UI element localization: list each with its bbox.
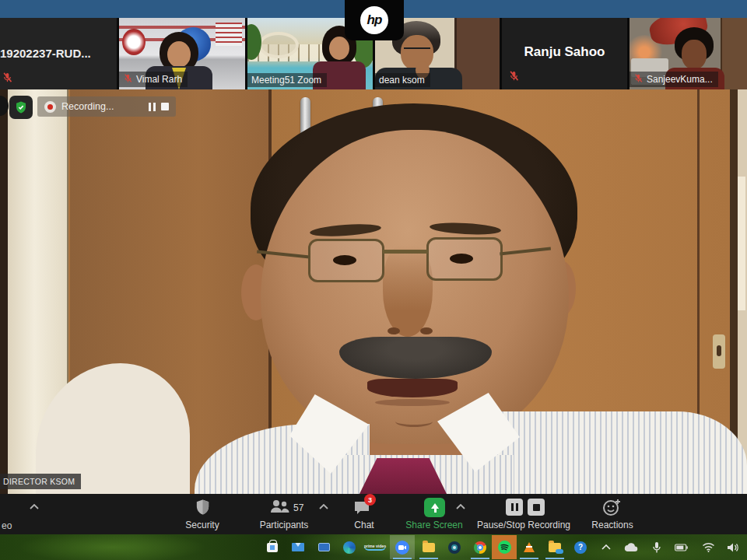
keyhole-plate: [713, 334, 725, 369]
mail-icon[interactable]: [286, 535, 310, 559]
main-speaker-video[interactable]: Recording... DIRECTOR KSOM: [0, 89, 747, 494]
participant-name-bar: Meeting51 Zoom: [247, 73, 327, 87]
participant-name-label: 19202237-RUD...: [0, 47, 117, 60]
meeting-app-icon[interactable]: [442, 535, 467, 559]
participant-name-label: Vimal Rarh: [136, 74, 182, 85]
reactions-smiley-icon: [602, 498, 622, 516]
recording-indicator: Recording...: [37, 96, 176, 117]
participant-name-bar: dean ksom: [375, 73, 430, 87]
chrome-browser-icon[interactable]: [468, 535, 493, 559]
onedrive-tray-cloud-icon[interactable]: [619, 535, 644, 559]
file-explorer-icon[interactable]: [416, 535, 441, 559]
get-help-icon[interactable]: ?: [568, 535, 593, 559]
battery-tray-icon[interactable]: [668, 535, 693, 559]
participant-avatar: [682, 40, 707, 69]
microsoft-store-icon[interactable]: [260, 535, 285, 559]
video-thumbnail-19202237[interactable]: 19202237-RUD...: [0, 18, 117, 89]
video-thumbnail-ranju-sahoo[interactable]: Ranju Sahoo: [502, 18, 627, 89]
shield-check-icon: [14, 100, 28, 114]
participant-avatar: [167, 41, 191, 68]
share-screen-icon: [424, 498, 445, 517]
zoom-toolbar: eo Security 57 Participants 3 Chat: [0, 494, 747, 534]
wifi-tray-icon[interactable]: [696, 535, 721, 559]
share-options-chevron-icon[interactable]: [456, 504, 465, 509]
stop-recording-icon[interactable]: [528, 499, 545, 516]
pause-recording-button[interactable]: [149, 103, 156, 111]
participant-name-label: Ranju Sahoo: [502, 44, 627, 60]
encryption-badge[interactable]: [9, 96, 33, 119]
participant-name-label: dean ksom: [379, 75, 425, 86]
participant-avatar: [329, 37, 349, 60]
participants-icon: [269, 499, 291, 515]
wardrobe-edge: [0, 89, 8, 494]
pause-recording-icon[interactable]: [506, 499, 523, 516]
muted-mic-icon: [508, 70, 520, 85]
shield-icon: [194, 498, 212, 516]
pc-settings-icon[interactable]: [311, 535, 336, 559]
windows-taskbar: prime video ?: [0, 534, 747, 560]
door: [721, 18, 747, 89]
speaker-name-tag: DIRECTOR KSOM: [0, 474, 81, 489]
microphone-tray-icon[interactable]: [644, 535, 669, 559]
recording-label: Recording...: [61, 101, 143, 112]
vlc-player-icon[interactable]: [517, 535, 542, 559]
spotify-icon[interactable]: [492, 535, 517, 559]
participant-name-label: SanjeevKuma...: [647, 74, 713, 85]
zoom-meeting-window: 19202237-RUD... Vimal Rarh: [0, 0, 747, 560]
participants-options-chevron-icon[interactable]: [319, 504, 328, 509]
muted-mic-icon: [633, 73, 644, 86]
recording-icon: [44, 101, 56, 113]
prime-video-icon[interactable]: prime video: [363, 535, 388, 559]
participant-name-bar: SanjeevKuma...: [630, 72, 718, 87]
hp-logo-badge: hp: [345, 0, 404, 40]
video-thumbnail-sanjeev[interactable]: SanjeevKuma...: [630, 18, 747, 89]
zoom-app-icon[interactable]: [390, 535, 415, 559]
participant-name-bar: Vimal Rarh: [119, 72, 188, 87]
hp-logo-icon: hp: [360, 6, 388, 34]
participants-count: 57: [293, 502, 303, 513]
video-options-chevron-icon[interactable]: [30, 504, 39, 509]
edge-browser-icon[interactable]: [337, 535, 362, 559]
stop-recording-button[interactable]: [161, 103, 169, 110]
muted-mic-icon: [123, 73, 133, 86]
onedrive-folder-icon[interactable]: [542, 535, 567, 559]
studio-logo: [122, 29, 146, 55]
muted-mic-icon: [2, 72, 13, 86]
studio-poster: [216, 23, 242, 46]
volume-tray-icon[interactable]: [721, 535, 745, 559]
participant-name-label: Meeting51 Zoom: [251, 75, 321, 86]
tray-show-hidden-chevron-icon[interactable]: [594, 535, 619, 559]
video-thumbnail-vimal-rarh[interactable]: Vimal Rarh: [119, 18, 245, 89]
stop-video-button-partial[interactable]: eo: [2, 520, 12, 531]
chat-unread-badge: 3: [364, 494, 376, 506]
